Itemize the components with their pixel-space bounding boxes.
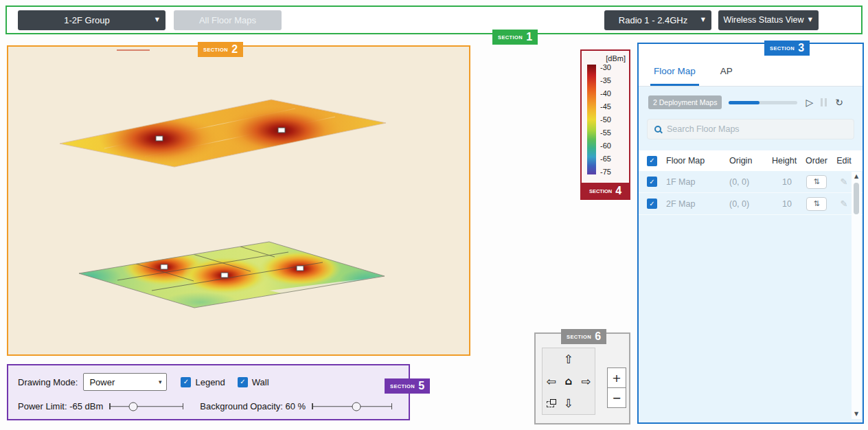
scroll-up-icon[interactable]: ▲ bbox=[854, 174, 858, 179]
drawing-mode-select[interactable]: Power ▾ bbox=[83, 373, 167, 391]
pan-down-button[interactable]: ⇩ bbox=[560, 392, 577, 414]
col-height: Height bbox=[772, 156, 799, 166]
check-icon: ✓ bbox=[649, 201, 654, 207]
slider-end-tick bbox=[183, 403, 184, 409]
legend-tick: -55 bbox=[600, 128, 611, 137]
radio-dropdown[interactable]: Radio 1 - 2.4GHz ▼ bbox=[604, 10, 711, 30]
dpad-spacer bbox=[542, 348, 560, 370]
panel-tabs: Floor Map AP bbox=[639, 44, 863, 87]
section-4-badge: SECTION 4 bbox=[580, 183, 630, 200]
legend-tick: -60 bbox=[600, 142, 611, 150]
search-input[interactable] bbox=[667, 124, 847, 134]
fit-view-button[interactable] bbox=[542, 392, 560, 414]
map-scale-mark bbox=[117, 49, 150, 51]
power-limit-label: Power Limit: -65 dBm bbox=[18, 401, 103, 411]
deployment-progress-fill bbox=[729, 101, 760, 104]
scroll-down-icon[interactable]: ▼ bbox=[854, 411, 858, 417]
section-3-badge-word: SECTION bbox=[770, 45, 795, 52]
section-2-badge: SECTION 2 bbox=[198, 42, 243, 57]
wall-checkbox-label: Wall bbox=[252, 377, 269, 387]
top-toolbar: 1-2F Group ▼ All Floor Maps Radio 1 - 2.… bbox=[5, 5, 863, 34]
group-dropdown[interactable]: 1-2F Group ▼ bbox=[18, 10, 165, 30]
section-5-badge-word: SECTION bbox=[390, 383, 415, 389]
dpad-spacer bbox=[578, 348, 595, 370]
floor-map-name: 2F Map bbox=[666, 199, 729, 209]
legend-ticks: -30 -35 -40 -45 -50 -55 -60 -65 -75 bbox=[600, 63, 611, 176]
background-opacity-label: Background Opacity: 60 % bbox=[200, 401, 306, 411]
legend-checkbox[interactable]: ✓ bbox=[181, 377, 191, 387]
table-row[interactable]: ✓ 2F Map (0, 0) 10 ⇅ ✎ bbox=[639, 193, 863, 215]
section-2-badge-word: SECTION bbox=[203, 47, 228, 53]
scroll-thumb[interactable] bbox=[854, 183, 859, 214]
legend-tick: -35 bbox=[600, 76, 611, 84]
pause-bar bbox=[825, 98, 827, 106]
select-all-checkbox[interactable]: ✓ bbox=[647, 156, 657, 166]
drawing-mode-value: Power bbox=[89, 377, 115, 387]
section-1-badge-number: 1 bbox=[526, 32, 532, 42]
refresh-button[interactable]: ↻ bbox=[835, 98, 843, 107]
pan-up-button[interactable]: ⇧ bbox=[560, 348, 577, 370]
drawing-mode-label: Drawing Mode: bbox=[18, 377, 78, 387]
ap-marker bbox=[156, 136, 163, 141]
legend-tick: -40 bbox=[600, 89, 611, 98]
col-origin: Origin bbox=[729, 156, 772, 166]
check-icon: ✓ bbox=[183, 378, 189, 385]
chevron-down-icon: ▼ bbox=[155, 17, 159, 23]
section-5-badge-number: 5 bbox=[418, 381, 424, 391]
order-button[interactable]: ⇅ bbox=[806, 197, 827, 211]
list-scrollbar[interactable]: ▲ ▼ bbox=[852, 172, 861, 419]
signal-legend: [dBm] -30 -35 -40 -45 -50 -55 -60 -65 -7… bbox=[580, 49, 630, 200]
table-row[interactable]: ✓ 1F Map (0, 0) 10 ⇅ ✎ bbox=[639, 171, 863, 193]
floor-map-origin: (0, 0) bbox=[729, 177, 772, 187]
zoom-in-button[interactable]: + bbox=[607, 367, 626, 388]
chevron-down-icon: ▼ bbox=[701, 17, 705, 23]
tab-ap[interactable]: AP bbox=[720, 66, 733, 86]
deployment-progress-slider[interactable] bbox=[729, 101, 797, 104]
ap-marker bbox=[297, 266, 304, 271]
background-opacity-slider-thumb[interactable] bbox=[352, 402, 361, 411]
background-opacity-slider[interactable] bbox=[312, 401, 392, 411]
power-limit-slider-thumb[interactable] bbox=[128, 402, 137, 411]
tab-floor-map[interactable]: Floor Map bbox=[654, 66, 696, 86]
section-6-badge: SECTION 6 bbox=[561, 329, 606, 344]
floor-map-list: ✓ 1F Map (0, 0) 10 ⇅ ✎ ✓ 2F Map (0, 0) 1… bbox=[639, 171, 863, 422]
legend-tick: -65 bbox=[600, 155, 611, 163]
col-order: Order bbox=[799, 156, 834, 166]
col-floor-map: Floor Map bbox=[666, 156, 729, 166]
select-caret-icon: ▾ bbox=[159, 379, 162, 385]
floor-map-panel: Floor Map AP 2 Deployment Maps ▷ ↻ ✓ Flo… bbox=[637, 43, 864, 424]
section-4-badge-number: 4 bbox=[615, 186, 621, 196]
power-limit-slider[interactable] bbox=[109, 401, 183, 411]
legend-tick: -45 bbox=[600, 102, 611, 111]
map-viewport bbox=[7, 45, 470, 356]
wall-checkbox[interactable]: ✓ bbox=[238, 377, 248, 387]
order-button[interactable]: ⇅ bbox=[806, 175, 827, 189]
all-floor-maps-button[interactable]: All Floor Maps bbox=[174, 10, 282, 30]
floor-map-name: 1F Map bbox=[666, 177, 729, 187]
home-button[interactable]: ⌂ bbox=[560, 370, 577, 392]
pan-left-button[interactable]: ⇦ bbox=[542, 370, 560, 392]
table-header: ✓ Floor Map Origin Height Order Edit bbox=[639, 150, 863, 171]
section-5-badge: SECTION 5 bbox=[385, 378, 430, 394]
legend-tick: -50 bbox=[600, 115, 611, 124]
check-icon: ✓ bbox=[649, 179, 654, 185]
row-checkbox[interactable]: ✓ bbox=[647, 177, 657, 187]
zoom-controls: + − bbox=[607, 367, 626, 408]
row-checkbox[interactable]: ✓ bbox=[647, 199, 657, 209]
wireless-heatmap-canvas[interactable] bbox=[8, 47, 469, 354]
legend-tick: -75 bbox=[600, 168, 611, 176]
pan-right-button[interactable]: ⇨ bbox=[578, 370, 595, 392]
zoom-out-button[interactable]: − bbox=[607, 387, 626, 408]
slider-end-tick bbox=[109, 403, 111, 409]
slider-end-tick bbox=[312, 403, 313, 409]
col-edit: Edit bbox=[834, 156, 854, 166]
slider-track bbox=[109, 406, 183, 407]
chevron-down-icon: ▼ bbox=[808, 17, 812, 23]
pause-button[interactable] bbox=[821, 98, 827, 106]
section-1-badge-word: SECTION bbox=[498, 34, 523, 41]
section-2-badge-number: 2 bbox=[231, 45, 238, 54]
floor-map-height: 10 bbox=[772, 177, 799, 187]
floor-map-search bbox=[647, 119, 854, 139]
view-mode-dropdown[interactable]: Wireless Status View ▼ bbox=[718, 10, 819, 30]
play-button[interactable]: ▷ bbox=[806, 98, 813, 107]
